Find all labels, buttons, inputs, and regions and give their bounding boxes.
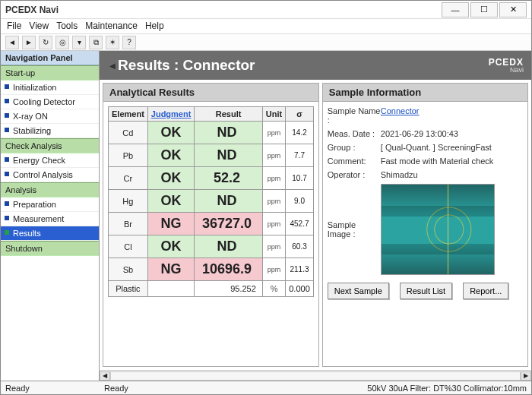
refresh-icon[interactable]: ↻ — [39, 36, 52, 49]
cell-unit: ppm — [262, 235, 285, 258]
operator-label: Operator : — [328, 170, 381, 179]
analytical-results-body: Element Judgment Result Unit σ CdOKNDppm… — [103, 101, 319, 367]
forward-icon[interactable]: ► — [22, 36, 36, 49]
status-instrument: 50kV 30uA Filter: DT%30 Collimator:10mm — [367, 384, 527, 393]
cell-sigma: 10.7 — [286, 167, 314, 190]
cell-judgment: OK — [147, 167, 195, 190]
cell-unit: ppm — [262, 144, 285, 167]
menu-tools[interactable]: Tools — [56, 21, 78, 32]
nav-header: Navigation Panel — [1, 51, 99, 65]
cell-unit: ppm — [262, 122, 285, 144]
nav-item-results[interactable]: Results — [1, 226, 99, 241]
col-element: Element — [109, 107, 148, 122]
menu-help[interactable]: Help — [145, 21, 164, 32]
sample-info-body: Sample Name :Connector Meas. Date :2021-… — [322, 101, 528, 367]
page-back-icon[interactable]: ◀ — [107, 55, 118, 75]
horizontal-scrollbar[interactable]: ◀ ▶ — [100, 370, 531, 381]
result-list-button[interactable]: Result List — [400, 283, 452, 299]
minimize-button[interactable]: — — [442, 2, 469, 17]
cell-result: 52.2 — [195, 167, 263, 190]
cell-element: Cl — [109, 235, 148, 258]
table-row: HgOKNDppm9.0 — [109, 190, 314, 213]
menu-view[interactable]: View — [29, 21, 49, 32]
cell-judgment: NG — [147, 258, 195, 281]
cell-judgment — [147, 281, 195, 297]
cell-judgment: OK — [147, 122, 195, 144]
encrypt-icon[interactable]: ✶ — [106, 36, 119, 49]
cell-result: ND — [195, 190, 263, 213]
cell-sigma: 211.3 — [286, 258, 314, 281]
comment-value: Fast mode with Material check — [381, 156, 523, 166]
titlebar: PCEDX Navi — ☐ ✕ — [1, 1, 531, 19]
navigation-panel: Navigation Panel Start-up Initialization… — [1, 51, 100, 381]
toolbar: ◄ ► ↻ ◎ ▾ ⧉ ✶ ? — [1, 34, 531, 51]
sample-name-link[interactable]: Connector — [381, 106, 523, 125]
nav-item-preparation[interactable]: Preparation — [1, 198, 99, 212]
window-title: PCEDX Navi — [5, 5, 442, 15]
cell-result: 10696.9 — [195, 258, 263, 281]
cell-unit: ppm — [262, 167, 285, 190]
group-label: Group : — [328, 143, 381, 152]
cell-element: Cd — [109, 122, 148, 144]
next-sample-button[interactable]: Next Sample — [328, 283, 389, 299]
sample-info-header: Sample Information — [322, 83, 528, 101]
nav-item-xray-on[interactable]: X-ray ON — [1, 109, 99, 124]
back-icon[interactable]: ◄ — [5, 36, 19, 49]
menu-bar: File View Tools Maintenance Help — [1, 19, 531, 34]
meas-date-value: 2021-06-29 13:00:43 — [381, 129, 523, 138]
nav-group-check-analysis[interactable]: Check Analysis — [1, 138, 99, 153]
filter-icon[interactable]: ▾ — [72, 36, 86, 49]
nav-item-control-analysis[interactable]: Control Analysis — [1, 168, 99, 182]
sample-info-panel: Sample Information Sample Name :Connecto… — [322, 83, 528, 367]
table-row: PbOKNDppm7.7 — [109, 144, 314, 167]
nav-group-startup[interactable]: Start-up — [1, 65, 99, 81]
cell-element: Sb — [109, 258, 148, 281]
page-header: ◀ Results : Connector PCEDX Navi — [100, 51, 531, 80]
table-row-plastic: Plastic95.252%0.000 — [109, 281, 314, 297]
table-row: SbNG10696.9ppm211.3 — [109, 258, 314, 281]
scroll-track[interactable] — [110, 371, 521, 381]
table-row: BrNG36727.0ppm452.7 — [109, 213, 314, 235]
nav-item-energy-check[interactable]: Energy Check — [1, 153, 99, 168]
help-icon[interactable]: ? — [122, 36, 136, 49]
cell-result: ND — [195, 144, 263, 167]
brand: PCEDX Navi — [489, 58, 524, 74]
cell-judgment: OK — [147, 144, 195, 167]
cell-sigma: 14.2 — [286, 122, 314, 144]
cell-result: 36727.0 — [195, 213, 263, 235]
group-value: [ Qual-Quant. ] ScreeningFast — [381, 143, 523, 152]
copy-icon[interactable]: ⧉ — [89, 36, 103, 49]
analytical-results-header: Analytical Results — [103, 83, 319, 101]
maximize-button[interactable]: ☐ — [470, 2, 498, 17]
app-window: PCEDX Navi — ☐ ✕ File View Tools Mainten… — [0, 0, 532, 395]
menu-file[interactable]: File — [7, 21, 21, 32]
cell-unit: ppm — [262, 213, 285, 235]
sample-image — [381, 184, 495, 275]
brand-primary: PCEDX — [489, 58, 524, 67]
results-table: Element Judgment Result Unit σ CdOKNDppm… — [108, 106, 314, 297]
brand-secondary: Navi — [489, 67, 524, 74]
cell-unit: % — [262, 281, 285, 297]
cell-judgment: OK — [147, 235, 195, 258]
target-icon[interactable]: ◎ — [55, 36, 69, 49]
cell-result: ND — [195, 122, 263, 144]
scroll-left-icon[interactable]: ◀ — [100, 371, 110, 381]
scroll-right-icon[interactable]: ▶ — [521, 371, 531, 381]
col-result: Result — [195, 107, 263, 122]
report-button[interactable]: Report... — [463, 283, 508, 299]
nav-item-initialization[interactable]: Initialization — [1, 81, 99, 95]
nav-item-stabilizing[interactable]: Stabilizing — [1, 124, 99, 138]
cell-unit: ppm — [262, 190, 285, 213]
cell-element: Pb — [109, 144, 148, 167]
sample-image-label: Sample Image : — [328, 220, 381, 239]
cell-element: Br — [109, 213, 148, 235]
nav-group-shutdown[interactable]: Shutdown — [1, 241, 99, 256]
close-button[interactable]: ✕ — [499, 2, 527, 17]
nav-group-analysis[interactable]: Analysis — [1, 182, 99, 198]
meas-date-label: Meas. Date : — [328, 129, 381, 138]
menu-maintenance[interactable]: Maintenance — [85, 21, 138, 32]
col-judgment: Judgment — [147, 107, 195, 122]
nav-item-cooling-detector[interactable]: Cooling Detector — [1, 95, 99, 109]
cell-result: 95.252 — [195, 281, 263, 297]
nav-item-measurement[interactable]: Measurement — [1, 212, 99, 226]
